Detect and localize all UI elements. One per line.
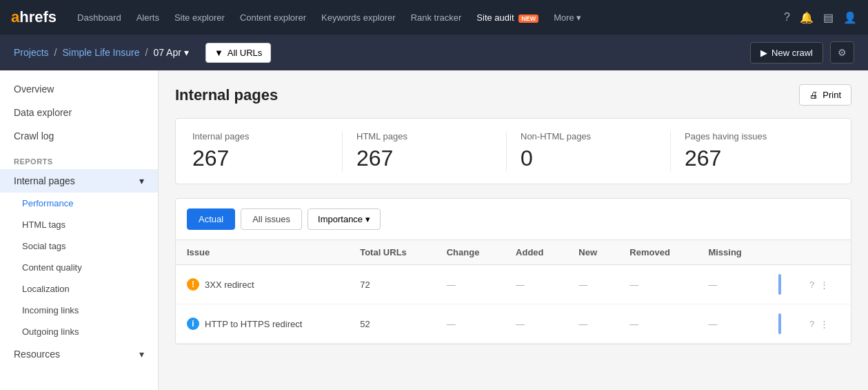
breadcrumb-projects[interactable]: Projects (14, 47, 49, 58)
sidebar-sub-content-quality[interactable]: Content quality (0, 257, 158, 278)
cell-issue-1[interactable]: i HTTP to HTTPS redirect (176, 304, 349, 344)
filter-all-urls[interactable]: ▼ All URLs (205, 43, 271, 63)
progress-bar-0 (778, 274, 781, 295)
print-icon: 🖨 (809, 90, 818, 100)
settings-button[interactable]: ⚙ (830, 41, 854, 64)
table-header-row: Issue Total URLs Change Added New Remove… (176, 240, 851, 265)
breadcrumb-actions: ▶ New crawl ⚙ (750, 41, 854, 64)
cell-row-actions-0: ? ⋮ (798, 265, 851, 304)
breadcrumb-sep2: / (145, 47, 148, 58)
cell-total-urls-1: 52 (349, 304, 436, 344)
sidebar-sub-social-tags[interactable]: Social tags (0, 235, 158, 257)
table-toolbar: Actual All issues Importance ▾ (176, 199, 851, 240)
importance-filter[interactable]: Importance ▾ (307, 208, 381, 230)
cell-removed-1: — (618, 304, 697, 344)
cell-total-urls-0: 72 (349, 265, 436, 304)
sidebar-item-resources[interactable]: Resources ▾ (0, 342, 158, 366)
print-button[interactable]: 🖨 Print (799, 84, 851, 106)
stat-value-2: 0 (521, 146, 656, 171)
sidebar-item-internal-pages[interactable]: Internal pages ▾ (0, 169, 158, 193)
breadcrumb-project-name[interactable]: Simple Life Insure (62, 47, 139, 58)
cell-missing-1: — (697, 304, 767, 344)
nav-dashboard[interactable]: Dashboard (72, 12, 127, 23)
messages-icon[interactable]: ▤ (823, 11, 834, 24)
col-removed: Removed (618, 240, 697, 265)
col-new: New (567, 240, 618, 265)
nav-site-explorer[interactable]: Site explorer (169, 12, 230, 23)
issues-table: Issue Total URLs Change Added New Remove… (176, 240, 851, 344)
col-bar (767, 240, 798, 265)
stat-value-0: 267 (192, 146, 328, 171)
sidebar-sub-incoming-links[interactable]: Incoming links (0, 300, 158, 321)
reports-section-label: REPORTS (0, 148, 158, 169)
table-row: i HTTP to HTTPS redirect 52 — — — — — ? … (176, 304, 851, 344)
info-icon: i (187, 318, 199, 330)
stat-label-3: Pages having issues (685, 131, 820, 142)
stat-label-0: Internal pages (192, 131, 328, 142)
cell-new-1: — (567, 304, 618, 344)
resources-arrow-icon: ▾ (139, 349, 144, 360)
more-row-icon-1[interactable]: ⋮ (820, 319, 829, 329)
play-icon: ▶ (760, 48, 767, 58)
sidebar-sub-localization[interactable]: Localization (0, 278, 158, 300)
new-crawl-button[interactable]: ▶ New crawl (750, 42, 823, 64)
col-issue: Issue (176, 240, 349, 265)
cell-change-0: — (436, 265, 505, 304)
stats-card: Internal pages 267 HTML pages 267 Non-HT… (175, 118, 851, 184)
stat-internal-pages: Internal pages 267 (192, 131, 343, 171)
main-content: Internal pages 🖨 Print Internal pages 26… (159, 70, 868, 390)
new-badge: NEW (518, 14, 538, 23)
nav-keywords-explorer[interactable]: Keywords explorer (316, 12, 401, 23)
sidebar-sub-html-tags[interactable]: HTML tags (0, 214, 158, 235)
sidebar-item-overview[interactable]: Overview (0, 77, 158, 101)
page-title: Internal pages (175, 86, 278, 104)
bell-icon[interactable]: 🔔 (800, 11, 814, 24)
cell-change-1: — (436, 304, 505, 344)
col-actions (798, 240, 851, 265)
stat-label-2: Non-HTML pages (521, 131, 656, 142)
nav-content-explorer[interactable]: Content explorer (234, 12, 312, 23)
help-icon[interactable]: ? (784, 11, 790, 23)
nav-more[interactable]: More ▾ (548, 12, 587, 23)
col-change: Change (436, 240, 505, 265)
col-added: Added (505, 240, 567, 265)
content-header: Internal pages 🖨 Print (175, 84, 851, 106)
stat-label-1: HTML pages (356, 131, 492, 142)
nav-alerts[interactable]: Alerts (131, 12, 165, 23)
sidebar-sub-performance[interactable]: Performance (0, 193, 158, 214)
nav-rank-tracker[interactable]: Rank tracker (405, 12, 467, 23)
nav-site-audit[interactable]: Site audit NEW (471, 12, 544, 23)
sidebar-item-data-explorer[interactable]: Data explorer (0, 101, 158, 124)
cell-row-actions-1: ? ⋮ (798, 304, 851, 344)
breadcrumb-bar: Projects / Simple Life Insure / 07 Apr ▾… (0, 35, 868, 70)
tab-actual[interactable]: Actual (187, 208, 235, 230)
cell-added-0: — (505, 265, 567, 304)
arrow-icon: ▾ (139, 175, 144, 186)
cell-bar-1 (767, 304, 798, 344)
top-nav: ahrefs Dashboard Alerts Site explorer Co… (0, 0, 868, 35)
nav-right-icons: ? 🔔 ▤ 👤 (784, 11, 857, 24)
stat-value-3: 267 (685, 146, 820, 171)
more-row-icon-0[interactable]: ⋮ (820, 280, 829, 290)
progress-bar-1 (778, 313, 781, 334)
sidebar-item-crawl-log[interactable]: Crawl log (0, 124, 158, 148)
cell-new-0: — (567, 265, 618, 304)
col-missing: Missing (697, 240, 767, 265)
stat-value-1: 267 (356, 146, 492, 171)
sidebar-sub-outgoing-links[interactable]: Outgoing links (0, 321, 158, 342)
cell-missing-0: — (697, 265, 767, 304)
help-row-icon-1[interactable]: ? (809, 319, 814, 329)
user-icon[interactable]: 👤 (843, 11, 857, 24)
tab-all-issues[interactable]: All issues (241, 208, 302, 230)
cell-bar-0 (767, 265, 798, 304)
stat-non-html-pages: Non-HTML pages 0 (521, 131, 671, 171)
help-row-icon-0[interactable]: ? (809, 280, 814, 290)
filter-icon: ▼ (214, 48, 223, 58)
stat-html-pages: HTML pages 267 (356, 131, 507, 171)
cell-issue-0[interactable]: ! 3XX redirect (176, 265, 349, 304)
settings-icon: ⚙ (838, 47, 847, 58)
logo[interactable]: ahrefs (11, 8, 57, 26)
breadcrumb-sep1: / (54, 47, 57, 58)
col-total-urls: Total URLs (349, 240, 436, 265)
breadcrumb-date[interactable]: 07 Apr ▾ (153, 47, 188, 58)
